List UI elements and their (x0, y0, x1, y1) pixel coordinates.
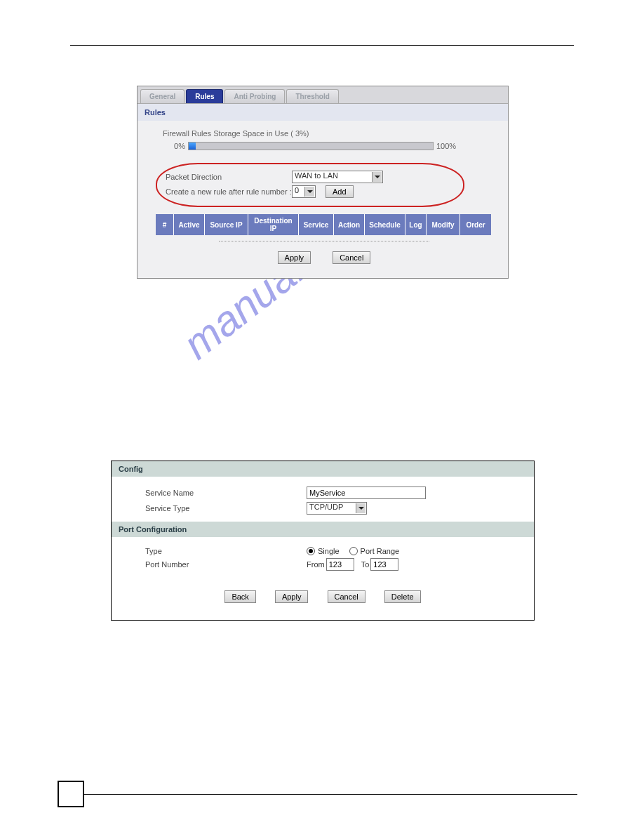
footer-rule (84, 794, 577, 795)
panel1-button-row: Apply Cancel (156, 247, 492, 268)
chevron-down-icon (356, 503, 365, 513)
rules-section-header: Rules (137, 104, 508, 121)
rules-body: Firewall Rules Storage Space in Use ( 3%… (137, 121, 508, 278)
col-order: Order (460, 214, 491, 235)
from-label: From (307, 560, 325, 569)
col-active: Active (174, 214, 205, 235)
create-rule-label: Create a new rule after rule number : (166, 187, 292, 196)
radio-port-range-label: Port Range (361, 547, 400, 555)
to-label: To (361, 560, 370, 569)
firewall-rules-panel: General Rules Anti Probing Threshold Rul… (137, 86, 509, 279)
col-source-ip: Source IP (205, 214, 248, 235)
radio-icon (307, 547, 315, 555)
col-action: Action (334, 214, 365, 235)
service-type-select[interactable]: TCP/UDP (307, 502, 367, 515)
port-from-input[interactable] (326, 558, 354, 571)
port-number-label: Port Number (145, 560, 307, 569)
col-log: Log (405, 214, 427, 235)
radio-single[interactable]: Single (307, 547, 340, 555)
tab-threshold[interactable]: Threshold (286, 89, 338, 103)
col-destination-ip: Destination IP (248, 214, 299, 235)
col-schedule: Schedule (365, 214, 405, 235)
col-modify: Modify (427, 214, 460, 235)
progress-100pct: 100% (434, 142, 459, 150)
page-top-rule (70, 45, 574, 46)
tab-anti-probing[interactable]: Anti Probing (224, 89, 285, 103)
tab-general[interactable]: General (140, 89, 185, 103)
rules-table-header: # Active Source IP Destination IP Servic… (156, 214, 492, 235)
cancel-button[interactable]: Cancel (328, 590, 365, 603)
service-name-label: Service Name (145, 489, 307, 497)
progress-fill (189, 143, 196, 150)
storage-usage-label: Firewall Rules Storage Space in Use ( 3%… (163, 129, 492, 138)
footer-page-box (58, 781, 84, 807)
port-config-section-header: Port Configuration (112, 522, 534, 537)
radio-icon (349, 547, 358, 555)
chevron-down-icon (304, 187, 314, 197)
col-num: # (156, 214, 174, 235)
rule-number-value: 0 (295, 186, 299, 194)
packet-direction-label: Packet Direction (166, 173, 292, 181)
port-to-input[interactable] (370, 558, 398, 571)
rule-number-select[interactable]: 0 (292, 185, 316, 198)
config-section-header: Config (112, 461, 534, 477)
highlighted-controls: Packet Direction WAN to LAN Create a new… (156, 163, 464, 207)
packet-direction-select[interactable]: WAN to LAN (292, 171, 383, 183)
dotted-divider (219, 241, 429, 241)
storage-progress: 0% 100% (168, 142, 492, 150)
progress-0pct: 0% (168, 142, 188, 150)
col-service: Service (299, 214, 334, 235)
delete-button[interactable]: Delete (384, 590, 421, 603)
service-name-input[interactable] (307, 486, 426, 499)
radio-port-range[interactable]: Port Range (349, 547, 400, 555)
back-button[interactable]: Back (224, 590, 255, 603)
service-type-label: Service Type (145, 504, 307, 512)
progress-track (188, 142, 434, 150)
type-label: Type (145, 547, 307, 555)
chevron-down-icon (372, 172, 382, 182)
add-button[interactable]: Add (326, 185, 354, 198)
panel2-button-row: Back Apply Cancel Delete (112, 578, 534, 603)
cancel-button[interactable]: Cancel (333, 251, 370, 264)
service-type-value: TCP/UDP (309, 503, 343, 511)
radio-single-label: Single (318, 547, 340, 555)
tab-bar: General Rules Anti Probing Threshold (137, 86, 508, 104)
apply-button[interactable]: Apply (275, 590, 309, 603)
apply-button[interactable]: Apply (278, 251, 311, 264)
service-config-panel: Config Service Name Service Type TCP/UDP… (111, 461, 535, 621)
packet-direction-value: WAN to LAN (295, 171, 338, 180)
tab-rules[interactable]: Rules (186, 89, 223, 103)
